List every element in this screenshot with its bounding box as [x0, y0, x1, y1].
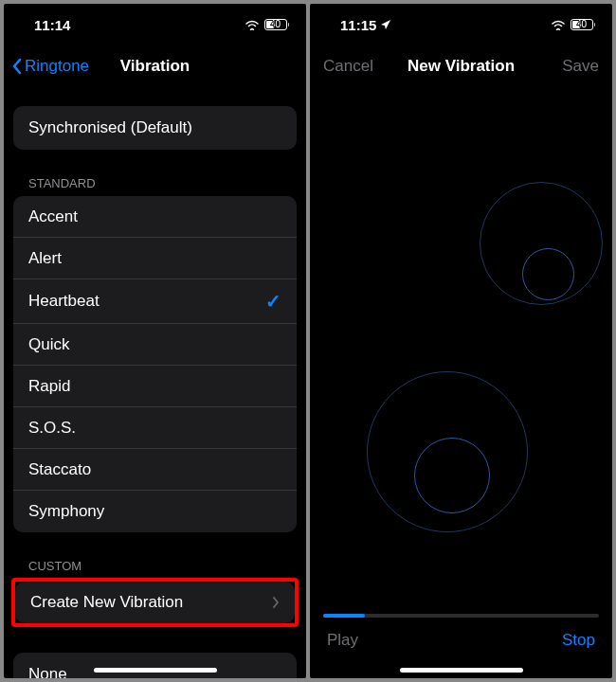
- vibration-option-staccato[interactable]: Staccato: [13, 449, 297, 491]
- page-title: New Vibration: [408, 57, 515, 76]
- progress-fill: [323, 614, 365, 618]
- home-indicator[interactable]: [400, 668, 523, 673]
- none-label: None: [28, 665, 67, 678]
- page-title: Vibration: [120, 57, 190, 76]
- checkmark-icon: ✓: [265, 290, 281, 313]
- vibration-option-sos[interactable]: S.O.S.: [13, 407, 297, 449]
- wifi-icon: [245, 19, 260, 30]
- chevron-left-icon: [11, 57, 23, 76]
- wifi-icon: [551, 19, 566, 30]
- nav-bar: Ringtone Vibration: [4, 45, 306, 87]
- phone-right: 11:15 40 Cancel New Vibration Save Play …: [310, 4, 612, 678]
- status-bar: 11:14 40: [4, 4, 306, 45]
- touch-ripple-icon: [414, 438, 490, 513]
- battery-icon: 40: [571, 19, 596, 30]
- none-cell[interactable]: None: [13, 653, 297, 678]
- stop-button[interactable]: Stop: [562, 631, 595, 650]
- vibration-option-quick[interactable]: Quick: [13, 324, 297, 366]
- vibration-option-rapid[interactable]: Rapid: [13, 366, 297, 407]
- cancel-button[interactable]: Cancel: [323, 57, 373, 76]
- touch-ripple-icon: [522, 248, 574, 300]
- play-button[interactable]: Play: [327, 631, 358, 650]
- status-time: 11:15: [340, 17, 376, 33]
- default-vibration-label: Synchronised (Default): [28, 118, 192, 137]
- home-indicator[interactable]: [94, 668, 217, 673]
- custom-header: CUSTOM: [13, 532, 297, 579]
- standard-header: STANDARD: [13, 150, 297, 196]
- highlight-box: Create New Vibration: [11, 578, 299, 627]
- battery-icon: 40: [264, 19, 290, 30]
- vibration-progress-bar: [323, 614, 599, 618]
- save-button[interactable]: Save: [562, 57, 599, 76]
- vibration-record-area[interactable]: [310, 87, 612, 614]
- vibration-option-heartbeat[interactable]: Heartbeat✓: [13, 279, 297, 324]
- default-vibration-cell[interactable]: Synchronised (Default): [13, 106, 297, 150]
- chevron-right-icon: [272, 596, 280, 609]
- vibration-option-accent[interactable]: Accent: [13, 196, 297, 238]
- location-icon: [380, 19, 391, 30]
- status-time: 11:14: [34, 17, 70, 33]
- standard-group: Accent Alert Heartbeat✓ Quick Rapid S.O.…: [13, 196, 297, 532]
- nav-bar: Cancel New Vibration Save: [310, 45, 612, 87]
- vibration-option-symphony[interactable]: Symphony: [13, 491, 297, 532]
- back-label: Ringtone: [25, 57, 89, 76]
- status-bar: 11:15 40: [310, 4, 612, 45]
- vibration-option-alert[interactable]: Alert: [13, 238, 297, 279]
- phone-left: 11:14 40 Ringtone Vibration Synchronised…: [4, 4, 306, 678]
- back-button[interactable]: Ringtone: [11, 57, 89, 76]
- create-new-vibration-button[interactable]: Create New Vibration: [15, 582, 295, 623]
